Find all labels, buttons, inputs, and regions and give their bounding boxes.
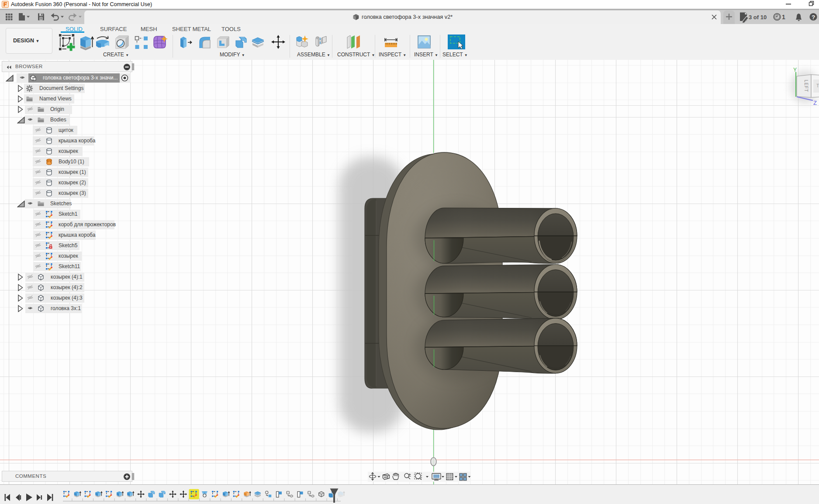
svg-text:Z: Z <box>813 100 817 106</box>
svg-text:LEFT: LEFT <box>804 80 809 92</box>
svg-text:Y: Y <box>793 67 797 73</box>
svg-text:?: ? <box>812 14 815 21</box>
svg-text:3 of 10: 3 of 10 <box>749 14 767 21</box>
svg-text:TO: TO <box>816 83 819 88</box>
svg-text:1: 1 <box>782 14 785 21</box>
